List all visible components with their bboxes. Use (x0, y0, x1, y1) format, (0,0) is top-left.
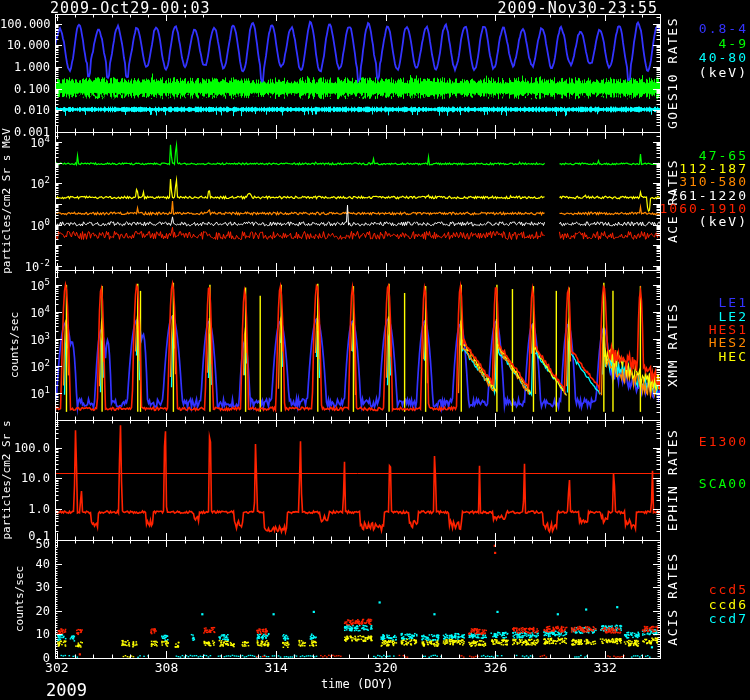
legend-ace-(keV): (keV) (699, 215, 748, 229)
y-tick-goes10-1.000: 1.000 (0, 60, 50, 74)
y-tick-goes10-0.010: 0.010 (0, 103, 50, 117)
radiation-monitor-plot: 2009-Oct29-00:03 2009-Nov30-23:55 time (… (0, 0, 750, 700)
x-axis-label: time (DOY) (237, 677, 477, 691)
x-tick-label-308: 308 (146, 661, 186, 675)
legend-goes10-(keV): (keV) (699, 66, 748, 80)
legend-goes10-40-80: 40-80 (699, 51, 748, 65)
legend-xmm-LE1: LE1 (719, 296, 748, 310)
y-tick-ephin-1.0: 1.0 (0, 502, 50, 516)
y-tick-xmm-10^1: 101 (0, 386, 50, 401)
legend-goes10-4-9: 4-9 (719, 37, 748, 51)
y-tick-goes10-10.000: 10.000 (0, 38, 50, 52)
chart-canvas (0, 0, 750, 700)
y-axis-label-acis: counts/sec (13, 566, 27, 632)
x-axis-year: 2009 (46, 683, 87, 697)
x-tick-label-326: 326 (475, 661, 515, 675)
y-tick-acis-30: 30 (0, 580, 50, 594)
y-tick-acis-40: 40 (0, 557, 50, 571)
y-tick-goes10-100.000: 100.000 (0, 17, 50, 31)
panel-title-goes10: GOES10 RATES (666, 17, 680, 129)
y-tick-xmm-10^2: 102 (0, 359, 50, 374)
y-tick-ace-10^4: 104 (0, 135, 50, 150)
y-tick-acis-50: 50 (0, 537, 50, 551)
y-tick-goes10-0.100: 0.100 (0, 82, 50, 96)
y-tick-ephin-100.0: 100.0 (0, 441, 50, 455)
x-tick-label-320: 320 (366, 661, 406, 675)
y-tick-ace-10^-2: 10-2 (0, 259, 50, 274)
title-end-date: 2009-Nov30-23:55 (498, 1, 659, 15)
legend-acis-ccd6: ccd6 (709, 598, 748, 612)
legend-ephin-SCA00: SCA00 (699, 477, 748, 491)
legend-xmm-HES2: HES2 (709, 336, 748, 350)
y-tick-acis-20: 20 (0, 604, 50, 618)
title-start-date: 2009-Oct29-00:03 (50, 1, 211, 15)
legend-ace-310-580: 310-580 (679, 175, 748, 189)
legend-goes10-0.8-4: 0.8-4 (699, 22, 748, 36)
y-tick-xmm-10^5: 105 (0, 278, 50, 293)
y-tick-acis-10: 10 (0, 627, 50, 641)
panel-title-acis: ACIS RATES (666, 552, 680, 645)
y-tick-xmm-10^4: 104 (0, 305, 50, 320)
panel-title-ephin: EPHIN RATES (666, 429, 680, 532)
y-tick-ace-10^2: 102 (0, 176, 50, 191)
x-tick-label-314: 314 (256, 661, 296, 675)
y-tick-xmm-10^3: 103 (0, 332, 50, 347)
panel-title-xmm: XMM RATES (666, 303, 680, 387)
legend-acis-ccd5: ccd5 (709, 583, 748, 597)
x-tick-label-332: 332 (585, 661, 625, 675)
legend-acis-ccd7: ccd7 (709, 612, 748, 626)
x-tick-label-302: 302 (37, 661, 77, 675)
legend-xmm-HEC: HEC (719, 350, 748, 364)
y-tick-ephin-10.0: 10.0 (0, 471, 50, 485)
y-tick-ace-10^0: 100 (0, 218, 50, 233)
legend-ephin-E1300: E1300 (699, 435, 748, 449)
